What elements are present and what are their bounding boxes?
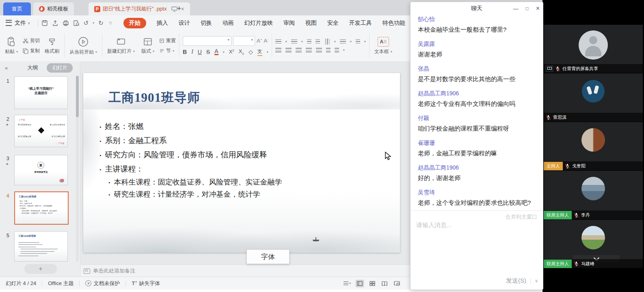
file-menu[interactable]: 文件 xyxy=(15,19,26,27)
participant-tile[interactable]: 雷思淇 xyxy=(544,73,643,122)
subscript-button[interactable]: X2 xyxy=(239,48,244,56)
missing-fonts[interactable]: T? 缺失字体 xyxy=(126,280,166,287)
ribbon-tab-design[interactable]: 设计 xyxy=(179,19,190,27)
align-right-icon[interactable] xyxy=(296,48,302,52)
ribbon-tab-view[interactable]: 视图 xyxy=(305,19,317,27)
textbox-button[interactable]: A 文本框▾ xyxy=(373,36,394,56)
align-left-icon[interactable] xyxy=(275,48,281,52)
add-slide-button[interactable]: + xyxy=(24,264,57,274)
collapse-panel-button[interactable]: « xyxy=(5,65,8,71)
notes-toggle-icon[interactable]: ▾ xyxy=(344,280,351,287)
columns-icon[interactable] xyxy=(326,48,331,52)
export-icon[interactable] xyxy=(52,20,58,26)
ribbon-tab-transition[interactable]: 切换 xyxy=(201,19,212,27)
reset-button[interactable]: 重置 xyxy=(159,37,176,44)
ribbon-tab-devtools[interactable]: 开发工具 xyxy=(349,19,372,27)
slide-thumbnail-1[interactable]: “线上学习我能行” 主题团日 xyxy=(14,76,68,109)
decrease-font-icon[interactable]: A- xyxy=(264,38,268,44)
reading-view-button[interactable] xyxy=(381,280,388,287)
print-preview-icon[interactable] xyxy=(73,20,80,26)
copy-button[interactable]: 复制 xyxy=(23,47,40,54)
numbering-icon[interactable] xyxy=(291,39,297,44)
slideshow-view-button[interactable] xyxy=(393,280,400,287)
clear-format-button[interactable]: ◇ xyxy=(249,49,253,55)
slide-thumbnail-4-selected[interactable]: 工商1901班导师 · 姓名：张燃 · 系别：金融工程系 · 研究方向：风险管理… xyxy=(14,191,69,225)
new-slide-button[interactable]: 新建幻灯片▾ xyxy=(106,36,136,56)
send-options-icon[interactable]: ∨ xyxy=(535,278,538,283)
layout-button[interactable]: 版式▾ xyxy=(140,36,156,56)
normal-view-button[interactable] xyxy=(356,280,364,287)
ribbon-tab-special[interactable]: 特色功能 xyxy=(383,19,405,27)
maximize-icon[interactable]: □ xyxy=(525,6,528,11)
tab-slides[interactable]: 幻灯片 xyxy=(47,63,73,73)
slide-title[interactable]: 工商1901班导师 xyxy=(108,89,200,106)
chat-input-area[interactable]: 合并到主窗口 请输入消息... 发送(S) ∨ xyxy=(411,210,543,290)
theme-name[interactable]: Office 主题 xyxy=(42,280,79,287)
distribute-icon[interactable] xyxy=(316,48,322,52)
superscript-button[interactable]: X2 xyxy=(229,49,234,55)
customize-toolbar-icon[interactable]: ▽ xyxy=(109,21,112,25)
font-name-select[interactable] xyxy=(183,36,231,46)
play-from-current-button[interactable]: 从当前开始▾ xyxy=(68,36,99,56)
undo-icon[interactable]: ↺ xyxy=(84,19,89,27)
tab-outline[interactable]: 大纲 xyxy=(27,64,38,71)
thumbnails-scrollbar-thumb[interactable] xyxy=(76,76,79,117)
font-color-button[interactable]: A xyxy=(214,49,218,55)
ribbon-tab-review[interactable]: 审阅 xyxy=(283,19,295,27)
bold-button[interactable]: B xyxy=(183,49,187,55)
italic-button[interactable]: I xyxy=(191,49,193,55)
cut-button[interactable]: 剪切 xyxy=(23,37,40,44)
send-button[interactable]: 发送(S) xyxy=(506,277,526,285)
slide-body-text[interactable]: •姓名：张燃 •系别：金融工程系 •研究方向：风险管理，债券市场，信用风险缓释 … xyxy=(99,120,282,201)
ribbon-tab-slideshow[interactable]: 幻灯片放映 xyxy=(244,19,273,27)
decrease-indent-icon[interactable] xyxy=(307,39,311,44)
ribbon-tab-security[interactable]: 安全 xyxy=(327,19,339,27)
slide-sorter-view-button[interactable] xyxy=(369,280,376,287)
increase-font-icon[interactable]: A+ xyxy=(257,38,262,44)
text-spacing-icon[interactable] xyxy=(335,48,339,52)
increase-indent-icon[interactable] xyxy=(316,39,320,44)
ribbon-tab-insert[interactable]: 插入 xyxy=(157,19,168,27)
ribbon-tab-animation[interactable]: 动画 xyxy=(223,19,234,27)
justify-icon[interactable] xyxy=(306,48,312,52)
menu-icon[interactable] xyxy=(6,20,12,26)
participant-tile[interactable]: 联席主持人 李丹 xyxy=(544,170,643,219)
chat-input-placeholder[interactable]: 请输入消息... xyxy=(416,221,452,229)
text-direction-icon[interactable] xyxy=(325,39,329,45)
line-spacing-icon[interactable] xyxy=(340,39,346,44)
document-protection[interactable]: ✕ 文档未保护 xyxy=(80,280,125,287)
file-menu-caret[interactable]: ∨ xyxy=(28,21,30,25)
redo-icon[interactable]: ↻ xyxy=(98,19,104,27)
minimize-icon[interactable]: — xyxy=(513,6,518,12)
save-icon[interactable] xyxy=(41,20,48,26)
print-icon[interactable] xyxy=(63,20,69,26)
format-painter-button[interactable]: 格式刷 xyxy=(43,36,61,56)
merge-to-main-link[interactable]: 合并到主窗口 xyxy=(506,213,537,221)
tab-home[interactable]: 首页 xyxy=(3,2,31,15)
chat-message: 郜心怡本校金融毕业生一般都去了哪里? xyxy=(418,16,536,34)
font-tooltip: 字体 xyxy=(246,249,290,264)
bullets-icon[interactable] xyxy=(275,39,281,44)
section-button[interactable]: 节▾ xyxy=(159,47,176,54)
slide-thumbnail-5[interactable]: 工商1906班导师 xyxy=(14,231,68,262)
font-size-select[interactable] xyxy=(233,36,255,46)
participant-tile[interactable]: 任霄霄的屏幕共享 xyxy=(544,24,643,73)
tab-docer[interactable]: 稻壳模板 xyxy=(33,2,74,15)
close-icon[interactable]: × xyxy=(536,5,540,12)
slide-thumbnail-3[interactable]: 壹 班导师谈专业 xyxy=(14,155,68,185)
slide-thumbnail-2[interactable]: 上半场 壹 班导师谈专业 贰 小班主任谈专业 叁 学习经验分享 肆 学习感悟分享… xyxy=(14,115,68,147)
strikethrough-button[interactable]: S xyxy=(206,49,210,55)
paste-button[interactable]: 粘贴▾ xyxy=(3,36,19,56)
missing-font-icon: T? xyxy=(132,280,137,286)
chat-message-list[interactable]: 郜心怡本校金融毕业生一般都去了哪里? 吴露露谢谢老师 张晶是不是对数学的要求比其… xyxy=(411,15,543,210)
chat-titlebar[interactable]: 聊天 — □ × xyxy=(411,2,543,15)
underline-button[interactable]: U xyxy=(198,49,202,55)
new-tab-button[interactable]: + xyxy=(174,3,184,14)
participant-tile[interactable]: 联席主持人 马建峰 xyxy=(544,219,643,268)
paragraph-settings-icon[interactable] xyxy=(356,39,360,44)
align-center-icon[interactable] xyxy=(285,48,292,52)
participant-tile[interactable]: 主持人 戈誉阳 xyxy=(544,122,643,170)
ribbon-tab-home[interactable]: 开始 xyxy=(123,18,146,28)
phonetic-guide-button[interactable]: 支 xyxy=(257,48,262,56)
slide-canvas[interactable]: 工商1901班导师 •姓名：张燃 •系别：金融工程系 •研究方向：风险管理，债券… xyxy=(83,73,400,253)
